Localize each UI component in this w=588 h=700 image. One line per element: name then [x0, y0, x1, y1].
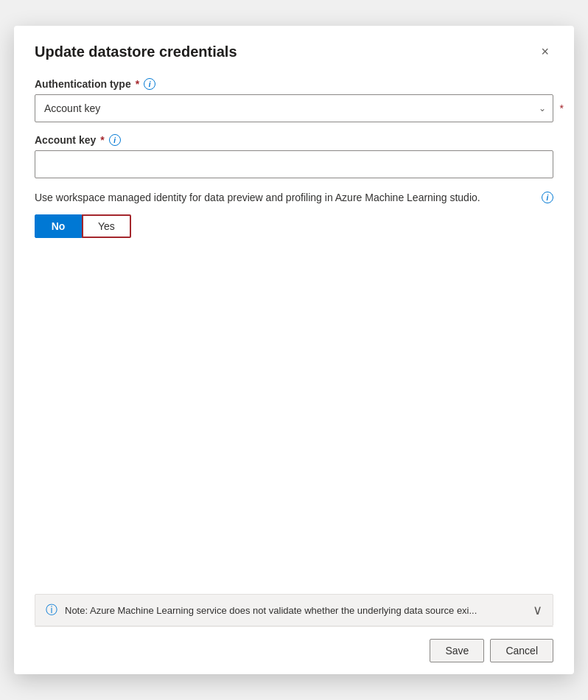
auth-type-required-star: *	[136, 78, 139, 90]
dialog-header: Update datastore credentials ×	[35, 43, 553, 60]
spacer	[35, 253, 553, 594]
note-bar: ⓘ Note: Azure Machine Learning service d…	[35, 594, 553, 626]
auth-type-required-marker: *	[560, 102, 564, 114]
cancel-button[interactable]: Cancel	[490, 639, 553, 662]
account-key-required-star: *	[100, 134, 104, 146]
managed-identity-text: Use workspace managed identity for data …	[35, 190, 542, 206]
dialog-title: Update datastore credentials	[35, 43, 237, 60]
close-button[interactable]: ×	[536, 43, 553, 60]
managed-identity-info-icon[interactable]: i	[542, 192, 553, 203]
auth-type-field: Authentication type * i Account key SAS …	[35, 78, 553, 122]
toggle-button-group: No Yes	[35, 214, 553, 238]
save-button[interactable]: Save	[430, 639, 484, 662]
auth-type-select-wrapper: Account key SAS token Account name and k…	[35, 94, 553, 122]
auth-type-label-text: Authentication type	[35, 78, 131, 90]
managed-identity-description: Use workspace managed identity for data …	[35, 190, 553, 206]
account-key-input[interactable]	[35, 150, 553, 178]
dialog-footer: Save Cancel	[35, 626, 553, 674]
managed-identity-section: Use workspace managed identity for data …	[35, 190, 553, 238]
account-key-label-text: Account key	[35, 134, 96, 146]
note-expand-icon[interactable]: ∨	[533, 602, 542, 618]
auth-type-select[interactable]: Account key SAS token Account name and k…	[35, 94, 553, 122]
yes-button[interactable]: Yes	[82, 214, 131, 238]
account-key-field: Account key * i	[35, 134, 553, 178]
auth-type-info-icon[interactable]: i	[144, 78, 155, 90]
update-datastore-dialog: Update datastore credentials × Authentic…	[14, 26, 574, 674]
note-info-icon: ⓘ	[46, 603, 57, 618]
account-key-info-icon[interactable]: i	[109, 134, 121, 146]
auth-type-label: Authentication type * i	[35, 78, 553, 90]
account-key-label: Account key * i	[35, 134, 553, 146]
note-text: Note: Azure Machine Learning service doe…	[65, 605, 525, 616]
no-button[interactable]: No	[35, 214, 82, 238]
